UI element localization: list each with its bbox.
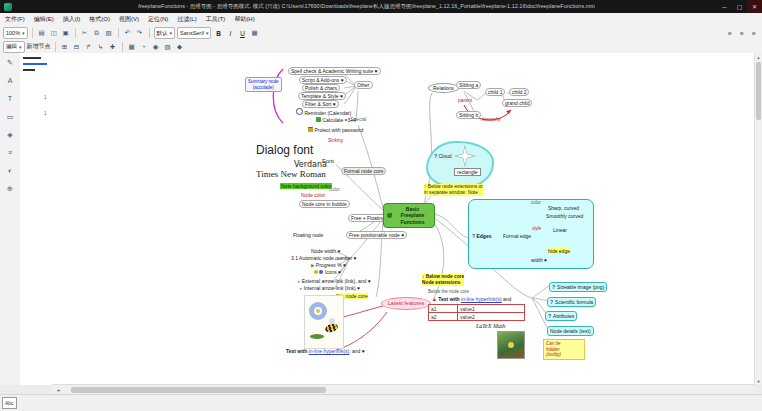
attribute-value-cell[interactable]: value1: [458, 305, 525, 313]
add-icon[interactable]: ✚: [108, 42, 118, 52]
mind-node-calculate[interactable]: Calculate =3+4: [316, 117, 356, 123]
menu-help[interactable]: 帮助(H): [234, 15, 254, 24]
edge-color-label[interactable]: color: [531, 200, 541, 206]
icon-palette-icon[interactable]: ▦: [127, 42, 137, 52]
shape-icon[interactable]: ▭: [4, 111, 16, 122]
mind-node-polish[interactable]: Polish & chars: [302, 84, 340, 92]
mind-node-text-hyperlink[interactable]: Text with in-line hyperlink(s), and ♥: [286, 348, 365, 354]
contrast-icon[interactable]: ◐: [4, 165, 16, 176]
pencil-icon[interactable]: ✎: [4, 57, 16, 68]
mind-node-linear[interactable]: Linear: [553, 227, 567, 233]
menu-tools[interactable]: 工具(T): [206, 15, 226, 24]
mind-node-striking[interactable]: Striking: [328, 138, 343, 144]
redo-icon[interactable]: ↷: [135, 28, 145, 38]
add-child-node-icon[interactable]: ⊞: [60, 42, 70, 52]
mind-node-auto-number[interactable]: 3.1 Automatic node number ♥: [291, 255, 357, 261]
remove-node-icon[interactable]: ⊟: [72, 42, 82, 52]
add-sibling-above-icon[interactable]: ↱: [84, 42, 94, 52]
close-button[interactable]: ✕: [747, 0, 762, 13]
mind-node-times[interactable]: Times New Roman: [256, 169, 326, 180]
mind-node-rectangle[interactable]: rectangle: [454, 168, 481, 176]
attributes-table[interactable]: a1 value1 a2 value2: [428, 304, 525, 321]
mind-node-font[interactable]: Font: [322, 158, 334, 166]
latex-formula[interactable]: LaTeX Math: [476, 323, 506, 331]
mind-node-reminder[interactable]: Reminder (Calendar): [296, 108, 351, 116]
mind-node-progress[interactable]: ▶ Progress % ♥: [311, 262, 346, 269]
mind-node-note-bg-color[interactable]: Note background color: [280, 183, 332, 189]
print-icon[interactable]: ▣: [61, 28, 71, 38]
color-palette-icon[interactable]: ▦: [249, 28, 259, 38]
mind-node-node-width[interactable]: Node width ♥: [311, 248, 340, 254]
map-canvas[interactable]: Summary node (accolade) Spell check & Ac…: [52, 53, 755, 385]
mind-node-script-addons[interactable]: Script & Add-ons ♥: [299, 76, 347, 84]
attribute-name-cell[interactable]: a2: [429, 313, 458, 321]
mind-node-dialog-font[interactable]: Dialog font: [256, 143, 313, 158]
image-tool-icon[interactable]: ▧: [163, 42, 173, 52]
mind-node-sibling-a[interactable]: Sibling a: [456, 81, 481, 89]
minimize-button[interactable]: ─: [717, 0, 732, 13]
menu-edit[interactable]: 编辑(E): [34, 15, 54, 24]
menu-filter[interactable]: 过滤(L): [177, 15, 196, 24]
attribute-value-cell[interactable]: value2: [458, 313, 525, 321]
mind-node-template-style[interactable]: Template & Style ♥: [298, 92, 346, 100]
align-left-icon[interactable]: ≡: [725, 28, 735, 38]
paste-icon[interactable]: ▧: [104, 28, 114, 38]
mind-node-edges[interactable]: ? Edges: [472, 233, 491, 239]
mind-node-sibling-b[interactable]: Sibling b: [456, 111, 481, 119]
mind-node-cloud[interactable]: ? Cloud: [434, 153, 452, 159]
mind-node-icons[interactable]: Icons ♥: [314, 269, 341, 275]
mind-node-node-details[interactable]: Node details (text): [547, 326, 594, 336]
add-circle-icon[interactable]: ⊕: [4, 183, 16, 194]
mind-node-protect[interactable]: Protect with password: [308, 127, 363, 133]
outline-selected-line[interactable]: [23, 63, 47, 65]
inline-hyperlink[interactable]: in-line hyperlink(s): [309, 348, 350, 354]
mind-node-formal-core[interactable]: Formal node core: [341, 167, 386, 175]
menu-insert[interactable]: 插入(I): [63, 15, 81, 24]
outline-panel[interactable]: 1 1: [20, 53, 53, 385]
menu-navigate[interactable]: 定位(N): [148, 15, 168, 24]
mind-node-sharp-curved[interactable]: Sharp, curved: [548, 205, 579, 211]
mind-node-edge-width[interactable]: width ♥: [531, 257, 547, 263]
mind-node-scientific-formula[interactable]: ? Scientific formula: [547, 297, 596, 307]
font-icon[interactable]: T: [4, 93, 16, 104]
list-icon[interactable]: ≡: [4, 147, 16, 158]
mind-node-other[interactable]: Other: [354, 81, 373, 89]
mind-node-child2[interactable]: child 2: [509, 88, 529, 96]
align-center-icon[interactable]: ≡: [737, 28, 747, 38]
mind-node-hide-edge[interactable]: hide edge: [548, 248, 570, 254]
mind-node-floating[interactable]: Floating node: [293, 232, 323, 238]
maximize-button[interactable]: ▢: [732, 0, 747, 13]
root-node[interactable]: Basic Freeplane Functions: [383, 203, 435, 228]
horizontal-scroll-thumb[interactable]: [71, 387, 326, 393]
zoom-select[interactable]: 100% ▾: [3, 27, 28, 39]
menu-format[interactable]: 格式(O): [89, 15, 110, 24]
underline-button[interactable]: U: [237, 28, 247, 38]
mind-node-color[interactable]: Color: [329, 187, 340, 193]
link-tool-icon[interactable]: ◉: [151, 42, 161, 52]
mind-node-summary[interactable]: Summary node (accolade): [245, 77, 282, 92]
mind-node-attributes[interactable]: ? Attributes: [545, 311, 577, 321]
style-select[interactable]: 默认 ▾: [154, 27, 176, 39]
edit-mode-select[interactable]: 编辑 ▾: [3, 41, 25, 53]
italic-button[interactable]: I: [225, 28, 235, 38]
mind-node-free-positionable[interactable]: Free positionable node ♥: [346, 231, 407, 239]
bold-button[interactable]: B: [213, 28, 223, 38]
edge-style-label[interactable]: style: [532, 226, 541, 232]
vertical-scroll-thumb[interactable]: [756, 62, 761, 120]
vertical-scrollbar[interactable]: ▲ ▼: [754, 53, 762, 385]
scroll-up-icon[interactable]: ▲: [755, 53, 762, 61]
inline-hyperlink[interactable]: in-line hyperlink(s): [461, 296, 502, 302]
mind-node-parent[interactable]: parent: [458, 97, 472, 103]
cut-icon[interactable]: ✂: [80, 28, 90, 38]
menu-view[interactable]: 视图(V): [119, 15, 139, 24]
mind-node-latest-features[interactable]: Latest features: [381, 297, 431, 310]
mind-node-core-in-bubble[interactable]: Node core in bubble: [299, 200, 350, 208]
mind-node-external-link[interactable]: ▸ External arrow-link (link), and ♥: [298, 278, 371, 285]
menu-file[interactable]: 文件(F): [5, 15, 25, 24]
font-family-select[interactable]: SansSerif ▾: [177, 27, 211, 39]
mind-node-child1[interactable]: child 1: [485, 88, 505, 96]
copy-icon[interactable]: ⧉: [92, 28, 102, 38]
text-icon[interactable]: A: [4, 75, 16, 86]
mind-node-node-color[interactable]: Node color: [301, 192, 325, 198]
undo-icon[interactable]: ↶: [123, 28, 133, 38]
